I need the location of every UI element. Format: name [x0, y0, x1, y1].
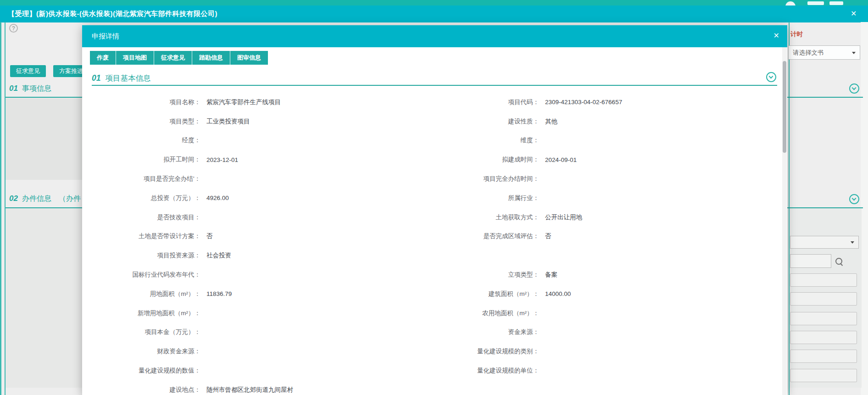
form-value: 2023-12-01 — [206, 156, 428, 163]
bg-section-2-number: 02 — [9, 194, 18, 203]
form-row: 项目名称：紫宸汽车零部件生产线项目项目代码：2309-421303-04-02-… — [82, 93, 779, 112]
bg-section-1-content — [6, 98, 82, 180]
right-panel-empty-field[interactable] — [790, 273, 857, 287]
right-panel-empty-field[interactable] — [790, 350, 857, 363]
form-label: 项目本金（万元）： — [82, 328, 200, 336]
username-text-fragment — [807, 1, 824, 5]
right-panel-select[interactable] — [790, 236, 859, 249]
bg-section-1-title: 01事项信息 — [9, 84, 51, 94]
bg-section-2-content — [6, 209, 82, 388]
modal-tab[interactable]: 项目地图 — [116, 51, 154, 65]
form-label: 拟开工时间： — [82, 156, 200, 164]
modal-section-title: 01项目基本信息 — [92, 73, 150, 83]
form-label: 项目完全办结时间： — [428, 175, 539, 183]
user-avatar-icon — [785, 1, 796, 6]
form-value: 随州市曾都区北郊街道九间屋村 — [206, 386, 428, 394]
form-value: 14000.00 — [545, 290, 779, 297]
form-row: 建设地点：随州市曾都区北郊街道九间屋村 — [82, 380, 779, 395]
form-label: 建设地点： — [82, 386, 200, 394]
bg-section-1-label: 事项信息 — [22, 84, 51, 92]
bg-section-2-title: 02办件信息（办件 — [9, 194, 81, 204]
form-label: 总投资（万元）： — [82, 194, 200, 202]
right-panel-empty-field[interactable] — [790, 331, 857, 344]
form-label: 土地是否带设计方案： — [82, 232, 200, 240]
caret-down-icon — [851, 241, 854, 245]
form-value: 社会投资 — [206, 251, 428, 260]
form-label: 所属行业： — [428, 194, 539, 202]
modal-section-label: 项目基本信息 — [105, 74, 150, 82]
form-row: 项目本金（万元）：资金来源： — [82, 323, 779, 342]
username-text-fragment — [829, 1, 843, 5]
help-icon[interactable]: ? — [9, 24, 18, 33]
bg-section-2-collapse-chevron-icon[interactable] — [849, 194, 859, 204]
form-label: 国标行业代码发布年代： — [82, 271, 200, 279]
form-label: 量化建设规模的单位： — [428, 367, 539, 375]
form-row: 土地是否带设计方案：否是否完成区域评估：否 — [82, 227, 779, 246]
form-row: 拟开工时间：2023-12-01拟建成时间：2024-09-01 — [82, 150, 779, 169]
form-label: 项目代码： — [428, 98, 539, 106]
form-label: 项目类型： — [82, 117, 200, 126]
bg-section-1-number: 01 — [9, 84, 18, 93]
form-label: 用地面积（m²）： — [82, 290, 200, 298]
right-panel-empty-field[interactable] — [790, 369, 857, 382]
search-input[interactable] — [790, 254, 831, 268]
form-value: 4926.00 — [206, 195, 428, 201]
form-label: 项目名称： — [82, 98, 200, 106]
form-label: 经度： — [82, 136, 200, 145]
bg-section-2-label: 办件信息 — [22, 195, 51, 202]
form-label: 资金来源： — [428, 328, 539, 336]
form-row: 总投资（万元）：4926.00所属行业： — [82, 189, 779, 208]
modal-tab[interactable]: 踏勘信息 — [192, 51, 230, 65]
right-panel-empty-field[interactable] — [790, 292, 857, 306]
form-label: 财政资金来源： — [82, 347, 200, 356]
caret-down-icon — [852, 52, 856, 56]
form-label: 土地获取方式： — [428, 213, 539, 222]
modal-section-number: 01 — [92, 73, 100, 83]
search-icon[interactable] — [835, 257, 844, 266]
window-close-icon[interactable]: ✕ — [851, 10, 857, 17]
left-panel-border — [0, 22, 1, 395]
form-value: 2024-09-01 — [545, 156, 779, 163]
bg-section-1-collapse-chevron-icon[interactable] — [849, 83, 859, 94]
modal-scrollbar-thumb[interactable] — [783, 61, 786, 153]
form-label: 量化建设规模的数值： — [82, 367, 200, 375]
bg-action-button[interactable]: 征求意见 — [10, 65, 46, 77]
modal-tab[interactable]: 作废 — [90, 51, 116, 65]
form-label: 维度： — [428, 136, 539, 145]
form-row: 项目投资来源：社会投资 — [82, 246, 779, 265]
form-label: 是否完成区域评估： — [428, 232, 539, 240]
form-row: 项目是否完全办结'：项目完全办结时间： — [82, 169, 779, 189]
form-label: 农用地面积（m²）： — [428, 309, 539, 317]
bg-section-2-suffix: （办件 — [59, 195, 81, 202]
document-select[interactable]: 请选择文书 — [788, 45, 860, 60]
form-row: 经度：维度： — [82, 131, 779, 150]
form-value: 11836.79 — [206, 290, 428, 297]
form-row: 量化建设规模的数值：量化建设规模的单位： — [82, 361, 779, 380]
form-row: 国标行业代码发布年代：立项类型：备案 — [82, 265, 779, 284]
right-gutter — [861, 22, 868, 395]
form-value: 备案 — [545, 271, 779, 279]
form-value: 否 — [545, 232, 779, 240]
form-label: 立项类型： — [428, 271, 539, 279]
modal-section-collapse-chevron-icon[interactable] — [766, 72, 776, 82]
modal-section-underline — [92, 85, 777, 86]
modal-tab[interactable]: 征求意见 — [154, 51, 192, 65]
modal-header: 申报详情 ✕ — [82, 25, 787, 47]
declaration-detail-modal: 申报详情 ✕ 作废项目地图征求意见踏勘信息图审信息 01项目基本信息 项目名称：… — [82, 25, 787, 395]
modal-tab[interactable]: 图审信息 — [230, 51, 268, 65]
window-title: 【受理】(新)供水报装-(供水报装)(湖北紫宸汽车部件科技有限公司) — [8, 10, 217, 18]
form-value: 工业类投资项目 — [206, 117, 428, 126]
screen: 【受理】(新)供水报装-(供水报装)(湖北紫宸汽车部件科技有限公司) ✕ ? 征… — [0, 0, 868, 395]
form-label: 建设性质： — [428, 117, 539, 126]
form-row: 用地面积（m²）：11836.79建筑面积（m²）：14000.00 — [82, 284, 779, 304]
document-select-value: 请选择文书 — [793, 49, 824, 57]
form-row: 是否技改项目：土地获取方式：公开出让用地 — [82, 208, 779, 227]
form-label: 项目投资来源： — [82, 251, 200, 260]
modal-close-icon[interactable]: ✕ — [773, 32, 779, 39]
form-row: 财政资金来源：量化建设规模的类别： — [82, 342, 779, 361]
right-panel-empty-field[interactable] — [790, 312, 857, 325]
modal-tab-bar: 作废项目地图征求意见踏勘信息图审信息 — [90, 51, 268, 65]
form-value: 2309-421303-04-02-676657 — [545, 99, 779, 106]
form-label: 项目是否完全办结'： — [82, 175, 200, 183]
form-label: 建筑面积（m²）： — [428, 290, 539, 298]
